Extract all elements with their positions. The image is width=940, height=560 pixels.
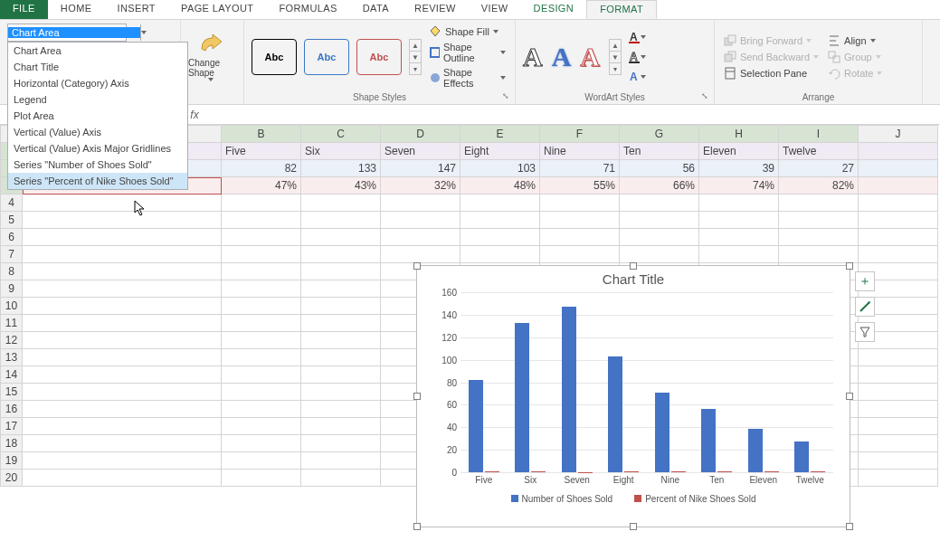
dropdown-option[interactable]: Series "Percent of Nike Shoes Sold" — [8, 173, 187, 189]
col-header[interactable]: G — [620, 126, 699, 143]
cell[interactable] — [540, 195, 620, 212]
dropdown-option[interactable]: Plot Area — [8, 108, 187, 124]
selection-pane-button[interactable]: Selection Pane — [722, 66, 821, 81]
cell[interactable] — [222, 435, 301, 452]
row-header[interactable]: 10 — [1, 298, 23, 315]
cell[interactable] — [859, 349, 938, 366]
col-header[interactable]: E — [461, 126, 540, 143]
legend-entry[interactable]: Number of Shoes Sold — [511, 494, 613, 504]
tab-view[interactable]: VIEW — [469, 0, 521, 19]
cell[interactable] — [699, 195, 779, 212]
cell[interactable] — [23, 298, 222, 315]
cell[interactable] — [222, 246, 301, 263]
cell[interactable]: 32% — [381, 177, 461, 195]
cell[interactable] — [859, 229, 938, 246]
cell[interactable]: Eight — [461, 143, 540, 160]
cell[interactable] — [301, 418, 381, 435]
cell[interactable] — [23, 401, 222, 418]
row-header[interactable]: 5 — [1, 212, 23, 229]
shape-style-1[interactable]: Abc — [252, 39, 297, 75]
cell[interactable] — [461, 246, 540, 263]
resize-handle[interactable] — [413, 523, 421, 530]
col-header[interactable]: I — [779, 126, 859, 143]
dropdown-option[interactable]: Vertical (Value) Axis — [8, 124, 187, 140]
resize-handle[interactable] — [413, 393, 421, 400]
cell[interactable] — [461, 212, 540, 229]
cell[interactable] — [23, 470, 222, 487]
cell[interactable] — [23, 212, 222, 229]
row-header[interactable]: 15 — [1, 384, 23, 401]
cell[interactable] — [620, 246, 699, 263]
chart-bar[interactable] — [717, 471, 732, 472]
chart-bar[interactable] — [562, 307, 576, 472]
cell[interactable] — [859, 384, 938, 401]
chart-element-selector[interactable] — [7, 24, 127, 42]
col-header[interactable]: D — [381, 126, 461, 143]
wordart-style-3[interactable]: A — [580, 42, 600, 72]
col-header[interactable]: B — [222, 126, 301, 143]
dropdown-option[interactable]: Horizontal (Category) Axis — [8, 75, 187, 91]
cell[interactable]: 82 — [222, 160, 301, 177]
chart-elements-button[interactable]: ＋ — [855, 271, 875, 291]
cell[interactable]: Six — [301, 143, 381, 160]
cell[interactable]: Nine — [540, 143, 620, 160]
cell[interactable] — [699, 229, 779, 246]
cell[interactable] — [859, 452, 938, 470]
cell[interactable] — [620, 195, 699, 212]
cell[interactable] — [222, 452, 301, 470]
row-header[interactable]: 18 — [1, 435, 23, 452]
tab-formulas[interactable]: FORMULAS — [266, 0, 349, 19]
cell[interactable] — [859, 177, 938, 195]
row-header[interactable]: 6 — [1, 229, 23, 246]
cell[interactable] — [859, 246, 938, 263]
cell[interactable] — [779, 195, 859, 212]
cell[interactable] — [699, 212, 779, 229]
wordart-style-1[interactable]: A — [523, 42, 543, 72]
cell[interactable] — [301, 246, 381, 263]
cell[interactable]: 103 — [461, 160, 540, 177]
cell[interactable] — [222, 401, 301, 418]
cell[interactable] — [23, 452, 222, 470]
cell[interactable] — [23, 435, 222, 452]
cell[interactable] — [301, 195, 381, 212]
cell[interactable] — [222, 212, 301, 229]
cell[interactable] — [859, 401, 938, 418]
cell[interactable] — [222, 280, 301, 298]
resize-handle[interactable] — [846, 262, 853, 270]
cell[interactable] — [540, 246, 620, 263]
chart-bar[interactable] — [794, 441, 809, 472]
cell[interactable]: 133 — [301, 160, 381, 177]
chart-bar[interactable] — [531, 471, 546, 472]
chart-element-selector-dd[interactable] — [140, 24, 147, 41]
cell[interactable] — [301, 401, 381, 418]
shape-style-gallery[interactable]: Abc Abc Abc ▲▼▾ — [252, 39, 422, 75]
cell[interactable] — [301, 229, 381, 246]
tab-home[interactable]: HOME — [48, 0, 105, 19]
shape-fill-button[interactable]: Shape Fill — [427, 24, 508, 39]
cell[interactable] — [222, 349, 301, 366]
row-header[interactable]: 20 — [1, 470, 23, 487]
cell[interactable] — [301, 435, 381, 452]
row-header[interactable]: 11 — [1, 315, 23, 332]
cell[interactable] — [222, 470, 301, 487]
cell[interactable]: 66% — [620, 177, 699, 195]
cell[interactable] — [381, 212, 461, 229]
cell[interactable] — [222, 384, 301, 401]
cell[interactable] — [381, 195, 461, 212]
cell[interactable] — [699, 246, 779, 263]
cell[interactable]: Seven — [381, 143, 461, 160]
cell[interactable] — [461, 229, 540, 246]
shape-effects-button[interactable]: Shape Effects — [427, 66, 508, 90]
cell[interactable] — [540, 229, 620, 246]
legend-entry[interactable]: Percent of Nike Shoes Sold — [634, 494, 755, 504]
resize-handle[interactable] — [630, 523, 637, 530]
cell[interactable] — [620, 229, 699, 246]
cell[interactable] — [23, 332, 222, 349]
cell[interactable] — [222, 366, 301, 384]
cell[interactable] — [222, 263, 301, 280]
chart-bar[interactable] — [748, 429, 763, 473]
shape-style-3[interactable]: Abc — [356, 39, 402, 75]
cell[interactable] — [23, 349, 222, 366]
col-header[interactable]: C — [301, 126, 381, 143]
tab-file[interactable]: FILE — [0, 0, 48, 19]
